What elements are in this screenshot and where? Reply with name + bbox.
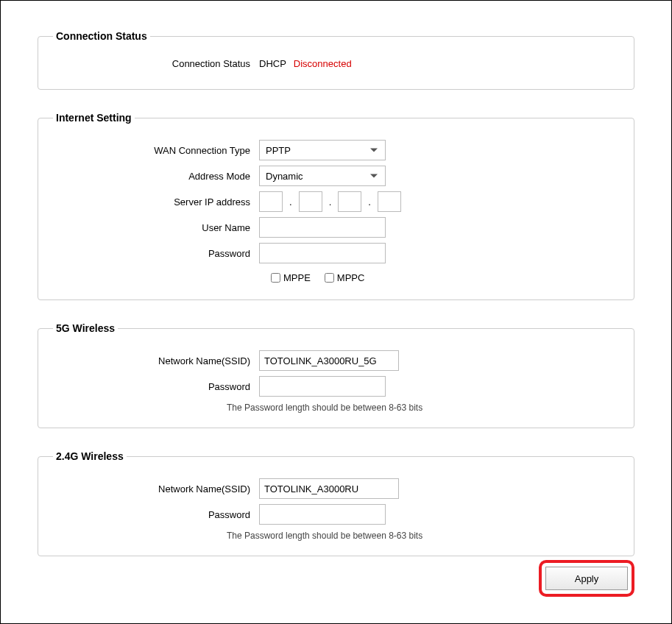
wan-connection-label: WAN Connection Type xyxy=(53,145,259,156)
address-mode-label: Address Mode xyxy=(53,171,259,182)
apply-button[interactable]: Apply xyxy=(545,567,628,590)
user-name-row: User Name xyxy=(53,217,619,238)
mppc-label: MPPC xyxy=(337,272,365,283)
main-container: Connection Status Connection Status DHCP… xyxy=(0,0,672,624)
caret-down-icon xyxy=(370,174,378,178)
connection-status-value: DHCP Disconnected xyxy=(259,58,352,69)
password-5g-label: Password xyxy=(53,381,259,392)
server-ip-octet-1[interactable] xyxy=(259,191,283,212)
server-ip-octet-4[interactable] xyxy=(378,191,401,212)
mppe-mppc-row: MPPE MPPC xyxy=(53,271,619,285)
internet-setting-legend: Internet Setting xyxy=(53,112,135,124)
connection-status-fieldset: Connection Status Connection Status DHCP… xyxy=(38,30,634,90)
ssid-24g-row: Network Name(SSID) xyxy=(53,478,619,499)
password-24g-row: Password xyxy=(53,504,619,525)
password-24g-label: Password xyxy=(53,509,259,520)
internet-setting-fieldset: Internet Setting WAN Connection Type PPT… xyxy=(38,112,634,300)
server-ip-octet-2[interactable] xyxy=(299,191,322,212)
ip-dot: . xyxy=(329,196,332,208)
password-input[interactable] xyxy=(259,243,386,263)
password-label: Password xyxy=(53,248,259,259)
wireless-5g-fieldset: 5G Wireless Network Name(SSID) Password … xyxy=(38,322,634,428)
wireless-24g-legend: 2.4G Wireless xyxy=(53,450,127,462)
address-mode-value: Dynamic xyxy=(266,171,303,182)
server-ip-row: Server IP address . . . xyxy=(53,191,619,212)
ssid-5g-input[interactable] xyxy=(259,350,399,371)
ssid-5g-label: Network Name(SSID) xyxy=(53,355,259,366)
mppc-checkbox[interactable] xyxy=(325,273,334,283)
ssid-5g-row: Network Name(SSID) xyxy=(53,350,619,371)
caret-down-icon xyxy=(370,149,378,152)
address-mode-select[interactable]: Dynamic xyxy=(259,166,386,186)
server-ip-label: Server IP address xyxy=(53,196,259,208)
address-mode-row: Address Mode Dynamic xyxy=(53,166,619,186)
connection-status-legend: Connection Status xyxy=(53,30,150,42)
wireless-24g-fieldset: 2.4G Wireless Network Name(SSID) Passwor… xyxy=(38,450,634,556)
connection-status-label: Connection Status xyxy=(53,58,259,69)
ip-dot: . xyxy=(368,196,371,208)
password-24g-input[interactable] xyxy=(259,504,386,525)
ip-dot: . xyxy=(289,196,292,208)
wireless-5g-legend: 5G Wireless xyxy=(53,322,118,334)
mppe-checkbox[interactable] xyxy=(271,273,280,283)
connection-status-state: Disconnected xyxy=(294,58,352,69)
wan-connection-row: WAN Connection Type PPTP xyxy=(53,140,619,160)
ssid-24g-label: Network Name(SSID) xyxy=(53,483,259,494)
connection-status-type: DHCP xyxy=(259,58,286,69)
user-name-input[interactable] xyxy=(259,217,386,238)
password-24g-hint: The Password length should be between 8-… xyxy=(53,531,619,541)
server-ip-octet-3[interactable] xyxy=(338,191,361,212)
apply-highlight: Apply xyxy=(539,560,634,597)
ssid-24g-input[interactable] xyxy=(259,478,399,499)
password-5g-row: Password xyxy=(53,376,619,397)
wan-connection-select[interactable]: PPTP xyxy=(259,140,386,160)
password-row: Password xyxy=(53,243,619,263)
wan-connection-value: PPTP xyxy=(266,145,291,156)
password-5g-input[interactable] xyxy=(259,376,386,397)
connection-status-row: Connection Status DHCP Disconnected xyxy=(53,58,619,69)
password-5g-hint: The Password length should be between 8-… xyxy=(53,403,619,413)
user-name-label: User Name xyxy=(53,222,259,233)
mppe-label: MPPE xyxy=(283,272,311,283)
